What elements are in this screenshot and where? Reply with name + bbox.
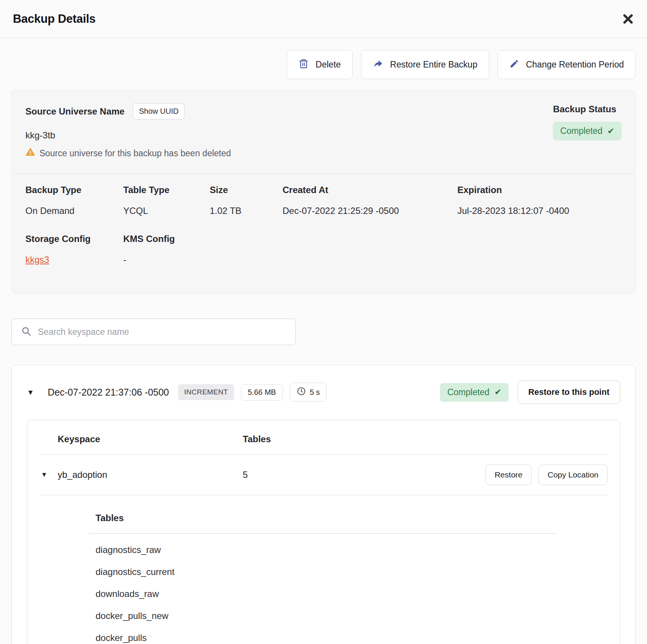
increment-size-badge: 5.66 MB [241,384,283,401]
delete-button[interactable]: Delete [287,50,352,79]
check-icon: ✔ [608,126,614,136]
list-item: diagnostics_raw [89,539,557,561]
universe-warning-row: Source universe for this backup has been… [25,147,231,159]
kms-config-field: KMS Config - [123,234,175,265]
trash-icon [298,58,309,71]
chevron-down-icon[interactable]: ▼ [41,471,58,479]
chevron-down-icon[interactable]: ▼ [27,389,34,396]
change-retention-period-button[interactable]: Change Retention Period [498,50,636,79]
universe-name: kkg-3tb [25,130,231,141]
restore-entire-backup-label: Restore Entire Backup [390,60,477,70]
universe-warning-text: Source universe for this backup has been… [39,148,231,159]
tables-subheader: Tables [89,513,557,523]
show-uuid-button[interactable]: Show UUID [133,103,184,119]
created-at-label: Created At [283,185,457,195]
search-input[interactable] [38,327,286,337]
increment-duration-badge: 5 s [290,383,327,402]
restore-arrow-icon [373,58,383,71]
list-item: diagnostics_current [89,561,557,583]
expiration-label: Expiration [457,185,569,195]
list-item: downloads_raw [89,583,557,605]
keyspace-row: ▼ yb_adoption 5 Restore Copy Location [27,455,620,495]
increment-status-badge: Completed ✔ [440,383,509,402]
tables-list-divider [89,533,557,534]
kms-config-label: KMS Config [123,234,175,244]
check-icon: ✔ [495,387,501,397]
restore-entire-backup-button[interactable]: Restore Entire Backup [361,50,489,79]
warning-icon [25,147,35,159]
source-universe-label: Source Universe Name [25,106,124,117]
expiration-field: Expiration Jul-28-2023 18:12:07 -0400 [457,185,569,216]
kms-config-value: - [123,254,175,265]
tables-column-header: Tables [243,434,271,445]
table-type-label: Table Type [123,185,210,195]
keyspace-column-header: Keyspace [58,434,243,445]
backup-type-label: Backup Type [25,185,123,195]
backup-status-label: Backup Status [553,104,616,115]
increment-status-text: Completed [447,387,489,397]
summary-fields-row-2: Storage Config kkgs3 KMS Config - [25,234,622,265]
modal-content: Delete Restore Entire Backup Change Rete… [0,50,647,644]
table-type-value: YCQL [123,206,210,216]
status-badge: Completed ✔ [553,122,622,140]
keyspace-table-header: Keyspace Tables [27,420,620,454]
increment-backup-card: ▼ Dec-07-2022 21:37:06 -0500 INCREMENT 5… [11,365,636,644]
backup-details-modal: Backup Details Delete [0,0,647,644]
list-item: docker_pulls [89,627,557,644]
change-retention-period-label: Change Retention Period [526,60,624,70]
delete-button-label: Delete [316,60,341,70]
restore-button[interactable]: Restore [485,465,532,485]
storage-config-field: Storage Config kkgs3 [25,234,123,265]
summary-bottom-section: Backup Type On Demand Table Type YCQL Si… [12,174,635,293]
keyspace-table-card: Keyspace Tables ▼ yb_adoption 5 Restore … [27,420,620,644]
summary-top-section: Source Universe Name Show UUID kkg-3tb [12,90,635,174]
keyspace-name: yb_adoption [58,470,243,480]
pencil-icon [509,59,519,71]
table-divider [39,495,608,495]
table-type-field: Table Type YCQL [123,185,210,216]
action-toolbar: Delete Restore Entire Backup Change Rete… [11,50,636,79]
copy-location-button[interactable]: Copy Location [539,465,608,485]
summary-fields-row-1: Backup Type On Demand Table Type YCQL Si… [25,185,622,216]
search-icon [21,326,31,338]
list-item: docker_pulls_new [89,605,557,627]
modal-header: Backup Details [0,0,647,38]
expiration-value: Jul-28-2023 18:12:07 -0400 [457,206,569,216]
backup-status-block: Backup Status Completed ✔ [553,103,622,159]
storage-config-label: Storage Config [25,234,123,244]
source-universe-block: Source Universe Name Show UUID kkg-3tb [25,103,231,159]
clock-icon [297,386,306,398]
backup-type-field: Backup Type On Demand [25,185,123,216]
size-label: Size [210,185,283,195]
backup-type-value: On Demand [25,206,123,216]
page-title: Backup Details [13,12,96,26]
size-value: 1.02 TB [210,206,283,216]
increment-duration-text: 5 s [310,388,320,397]
created-at-field: Created At Dec-07-2022 21:25:29 -0500 [283,185,457,216]
restore-to-this-point-button[interactable]: Restore to this point [518,380,620,404]
close-icon[interactable] [622,13,634,25]
storage-config-link[interactable]: kkgs3 [25,254,49,265]
status-badge-text: Completed [560,126,602,136]
keyspace-table-count: 5 [243,470,248,480]
keyspace-search [11,319,296,345]
increment-header-row: ▼ Dec-07-2022 21:37:06 -0500 INCREMENT 5… [27,380,620,404]
increment-type-badge: INCREMENT [178,384,234,400]
created-at-value: Dec-07-2022 21:25:29 -0500 [283,206,457,216]
backup-summary-panel: Source Universe Name Show UUID kkg-3tb [11,90,636,294]
keyspace-row-actions: Restore Copy Location [485,465,608,485]
tables-list-section: Tables diagnostics_raw diagnostics_curre… [89,513,557,644]
increment-timestamp: Dec-07-2022 21:37:06 -0500 [48,387,169,398]
size-field: Size 1.02 TB [210,185,283,216]
